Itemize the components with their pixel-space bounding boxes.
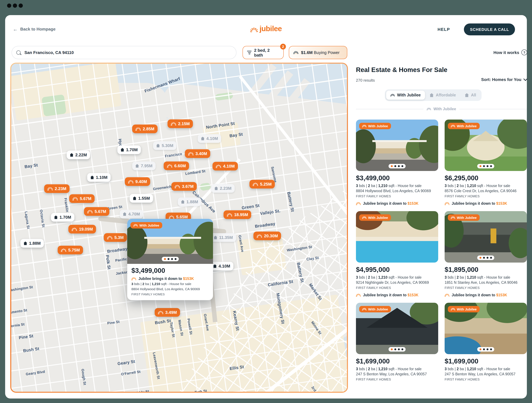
house-icon [70,153,73,157]
map-price-marker[interactable]: 7.95M [132,161,156,170]
listing-card[interactable]: With Jubilee $1,895,000 3 bds | 2 ba | 1… [445,211,527,297]
jubilee-icon [175,185,180,188]
window-dot [7,4,11,8]
jubilee-icon [227,213,232,216]
how-it-works-link[interactable]: How it works ? [494,50,527,55]
schedule-call-button[interactable]: SCHEDULE A CALL [464,24,515,35]
map-price-marker[interactable]: 1.55M [130,194,153,203]
map-price-marker[interactable]: 19.09M [69,225,96,233]
photo-carousel-dots[interactable] [389,164,405,168]
map-canvas[interactable]: Fishermans WharfNorth Point StBay StBay … [11,64,347,392]
map-price-marker[interactable]: 18.95M [224,210,251,219]
map-price-marker[interactable]: 2.23M [211,184,235,193]
map-price-marker[interactable]: 1.70M [117,145,141,154]
listing-card[interactable]: With Jubilee $1,699,000 3 bds | 2 ba | 1… [445,303,527,381]
photo-carousel-dots[interactable] [162,257,179,261]
logo-wordmark: jubilee [260,25,282,33]
map-price-marker[interactable]: 11.35M [210,233,236,242]
map-price-marker[interactable]: 5.67M [69,194,95,203]
map-price-marker[interactable]: 5.67M [84,207,109,216]
map-price-marker[interactable]: 5.25M [249,180,275,188]
search-input[interactable] [24,50,232,55]
listing-specs: 3 bds | 2 ba | 1,210 sqft - House for sa… [356,367,438,371]
listing-broker: FIRST FAMILY HOMES [356,377,438,381]
map-price-marker[interactable]: 5.30M [153,141,177,150]
jubilee-icon [356,294,361,296]
listing-broker: FIRST FAMILY HOMES [445,377,527,381]
map-price-marker[interactable]: 1.70M [51,213,74,222]
map-price-marker[interactable]: 5.3M [104,233,127,242]
popup-price: $3,499,000 [131,267,209,275]
photo-carousel-dots[interactable] [477,256,494,260]
jubilee-icon [356,202,361,205]
map-price-marker[interactable]: 4.10M [198,134,221,143]
jubilee-discount-line: Jubilee brings it down to $153K [356,202,438,205]
map-price-marker[interactable]: 1.88M [20,239,44,248]
listing-photo: With Jubilee [445,120,527,171]
house-icon [135,164,139,168]
help-link[interactable]: HELP [437,27,450,32]
photo-carousel-dots[interactable] [477,347,494,352]
photo-carousel-dots[interactable] [389,347,405,352]
chevron-down-icon [523,77,527,81]
tab-with-jubilee[interactable]: With Jubilee [386,91,425,100]
listing-card[interactable]: With Jubilee $1,699,000 3 bds | 2 ba | 1… [356,303,438,381]
map-price-marker[interactable]: 20.30M [253,231,281,240]
map-price-marker[interactable]: 2.85M [132,125,158,133]
listing-broker: FIRST FAMILY HOMES [356,286,438,289]
jubilee-icon [158,311,163,314]
window-chrome [0,0,532,15]
map-price-marker[interactable]: 2.23M [44,184,70,193]
tab-all[interactable]: All [461,91,480,100]
question-circle-icon: ? [521,50,527,55]
listing-specs: 3 bds | 2 ba | 1,210 sqft - House for sa… [356,275,438,279]
jubilee-icon [169,215,174,218]
jubilee-discount-line: Jubilee brings it down to $153K [131,277,209,281]
filter-icon [247,51,252,54]
how-it-works-label: How it works [494,50,519,55]
map-frame: Fishermans WharfNorth Point StBay StBay … [10,63,348,393]
house-icon [430,93,434,97]
jubilee-logo[interactable]: jubilee [250,25,282,33]
map-price-marker[interactable]: 4.10M [213,162,238,171]
jubilee-icon [216,165,221,168]
back-to-homepage-link[interactable]: ← Back to Hompage [13,26,56,32]
jubilee-sunburst-icon [250,28,258,32]
map-price-marker[interactable]: 6.60M [164,161,189,170]
listing-card[interactable]: With Jubilee $6,295,000 3 bds | 2 ba | 1… [445,120,527,205]
beds-baths-filter-chip[interactable]: 2 bed, 2 bath 2 [242,46,284,59]
map-price-marker[interactable]: 1.10M [87,173,111,182]
listing-price: $1,895,000 [445,266,527,274]
map-price-marker[interactable]: 2.22M [67,151,90,159]
popup-photo: With Jubilee [127,219,213,264]
map-price-marker[interactable]: 9.40M [125,177,150,186]
map-price-marker[interactable]: 3.67M [171,182,197,191]
photo-carousel-dots[interactable] [477,164,494,168]
sort-dropdown[interactable]: Sort: Homes for You [481,77,527,82]
popup-specs: 3 bds | 2 ba | 1,210 sqft - House for sa… [131,282,209,286]
jubilee-icon [445,294,450,296]
house-icon [24,242,27,245]
listing-price: $3,499,000 [356,174,438,182]
listing-filter-tabs: With Jubilee Affordable All [385,89,481,101]
tab-affordable[interactable]: Affordable [425,91,460,100]
map-price-marker[interactable]: 5.75M [58,246,83,254]
listing-card[interactable]: With Jubilee $3,499,000 3 bds | 2 ba | 1… [356,120,438,205]
location-search[interactable] [12,46,236,59]
map-price-marker[interactable]: 1.88M [178,198,201,206]
jubilee-icon [131,277,136,280]
map-price-marker[interactable]: 3.49M [155,308,180,317]
map-price-marker[interactable]: 4.10M [210,262,233,270]
house-icon [133,197,136,200]
map-listing-popup[interactable]: With Jubilee $3,499,000 Jubilee brings i… [127,219,213,300]
listing-card[interactable]: With Jubilee $4,995,000 3 bds | 2 ba | 1… [356,211,438,297]
jubilee-discount-line: Jubilee brings it down to $153K [445,202,527,205]
listing-grid: With Jubilee $3,499,000 3 bds | 2 ba | 1… [356,120,527,381]
listing-price: $1,699,000 [445,357,527,365]
house-icon [214,236,217,239]
map-price-marker[interactable]: 2.15M [168,119,193,128]
buying-power-chip[interactable]: $1.6M Buying Power [289,46,347,59]
listing-specs: 3 bds | 2 ba | 1,210 sqft - House for sa… [445,184,527,188]
map-price-marker[interactable]: 3.40M [185,149,210,158]
map-price-marker[interactable]: 4.70M [120,210,143,218]
